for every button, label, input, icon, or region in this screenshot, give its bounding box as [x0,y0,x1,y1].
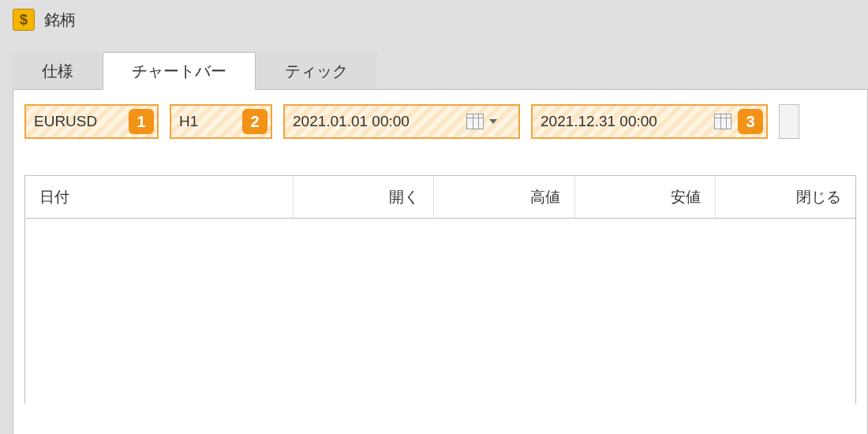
tabs-row: 仕様 チャートバー ティック [13,52,868,90]
content-area: 仕様 チャートバー ティック EURUSD 1 H1 2 2021.01.01 … [0,39,868,434]
date-from-value: 2021.01.01 00:00 [293,113,410,130]
column-header-close[interactable]: 閉じる [716,176,855,218]
column-header-date[interactable]: 日付 [25,176,294,218]
date-from-input[interactable]: 2021.01.01 00:00 [283,104,520,139]
symbol-value: EURUSD [34,113,97,130]
calendar-icon[interactable] [714,114,731,129]
annotation-badge-3: 3 [738,109,763,134]
date-to-value: 2021.12.31 00:00 [541,113,657,130]
tab-chartbar[interactable]: チャートバー [103,52,256,90]
tab-tick[interactable]: ティック [256,52,377,90]
column-header-low[interactable]: 安値 [575,176,716,218]
filter-row: EURUSD 1 H1 2 2021.01.01 00:00 2021.12.3… [13,90,867,153]
annotation-badge-2: 2 [242,109,268,134]
column-header-high[interactable]: 高値 [434,176,574,218]
timeframe-input[interactable]: H1 2 [170,104,272,139]
window-title: 銘柄 [44,9,76,31]
symbol-input[interactable]: EURUSD 1 [24,104,159,139]
timeframe-value: H1 [179,113,198,130]
tab-panel-chartbar: EURUSD 1 H1 2 2021.01.01 00:00 2021.12.3… [13,89,868,434]
column-header-open[interactable]: 開く [294,176,434,218]
app-icon: $ [13,9,35,31]
request-button[interactable] [779,104,799,139]
window-titlebar: $ 銘柄 [0,0,868,39]
table-header-row: 日付 開く 高値 安値 閉じる [25,176,855,219]
app-icon-glyph: $ [20,12,28,28]
annotation-badge-1: 1 [129,109,154,134]
tab-spec[interactable]: 仕様 [13,52,103,90]
date-to-input[interactable]: 2021.12.31 00:00 3 [531,104,768,139]
calendar-icon[interactable] [466,114,484,129]
data-table: 日付 開く 高値 安値 閉じる [24,175,856,404]
